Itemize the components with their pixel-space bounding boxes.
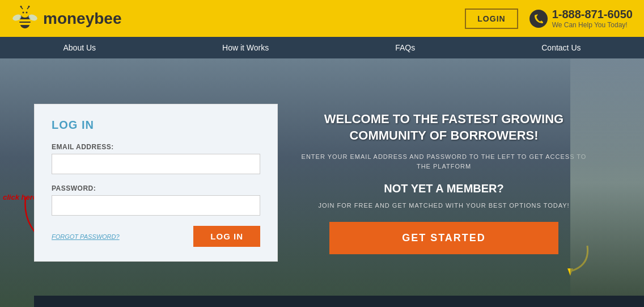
nav-item-contact[interactable]: Contact Us bbox=[519, 43, 603, 52]
click-here-annotation: click here bbox=[3, 192, 37, 202]
logo-icon bbox=[11, 5, 39, 32]
login-submit-button[interactable]: LOG IN bbox=[193, 226, 260, 247]
join-text: JOIN FOR FREE AND GET MATCHED WITH YOUR … bbox=[300, 201, 587, 211]
logo-text: moneybee bbox=[43, 10, 122, 28]
password-input[interactable] bbox=[52, 195, 260, 216]
header-right: LOGIN 1-888-871-6050 We Can Help You Tod… bbox=[465, 8, 633, 29]
background-person bbox=[570, 58, 644, 307]
password-group: PASSWORD: bbox=[52, 184, 260, 216]
nav-item-how[interactable]: How it Works bbox=[200, 43, 291, 52]
header: moneybee LOGIN 1-888-871-6050 We Can Hel… bbox=[0, 0, 644, 37]
svg-point-7 bbox=[20, 6, 22, 7]
password-label: PASSWORD: bbox=[52, 184, 260, 192]
right-panel: WELCOME TO THE FASTEST GROWING COMMUNITY… bbox=[278, 111, 610, 254]
svg-point-9 bbox=[28, 6, 30, 7]
form-footer: FORGOT PASSWORD? LOG IN bbox=[52, 226, 260, 247]
svg-rect-2 bbox=[19, 23, 31, 25]
navigation: About Us How it Works FAQs Contact Us bbox=[0, 37, 644, 58]
logo-area: moneybee bbox=[11, 5, 122, 32]
main-content: click here LOG IN EMAIL ADDRESS: PASSWOR… bbox=[0, 58, 644, 307]
forgot-password-link[interactable]: FORGOT PASSWORD? bbox=[52, 233, 120, 240]
phone-area: 1-888-871-6050 We Can Help You Today! bbox=[529, 8, 633, 29]
welcome-subtitle: ENTER YOUR EMAIL ADDRESS AND PASSWORD TO… bbox=[300, 152, 587, 171]
svg-point-3 bbox=[20, 9, 29, 18]
get-started-area: GET STARTED bbox=[300, 222, 587, 254]
phone-info: 1-888-871-6050 We Can Help You Today! bbox=[552, 8, 633, 29]
not-member-title: NOT YET A MEMBER? bbox=[300, 182, 587, 195]
get-started-button[interactable]: GET STARTED bbox=[329, 222, 559, 254]
phone-number: 1-888-871-6050 bbox=[552, 8, 633, 21]
svg-point-4 bbox=[23, 11, 24, 13]
login-form: LOG IN EMAIL ADDRESS: PASSWORD: FORGOT P… bbox=[34, 104, 278, 262]
welcome-title: WELCOME TO THE FASTEST GROWING COMMUNITY… bbox=[300, 111, 587, 144]
form-title: LOG IN bbox=[52, 119, 260, 132]
email-label: EMAIL ADDRESS: bbox=[52, 143, 260, 151]
nav-item-about[interactable]: About Us bbox=[40, 43, 118, 52]
login-button[interactable]: LOGIN bbox=[465, 9, 518, 29]
phone-icon bbox=[529, 10, 548, 28]
login-form-wrapper: click here LOG IN EMAIL ADDRESS: PASSWOR… bbox=[34, 104, 278, 262]
email-group: EMAIL ADDRESS: bbox=[52, 143, 260, 174]
svg-point-5 bbox=[26, 11, 28, 13]
nav-item-faqs[interactable]: FAQs bbox=[372, 43, 438, 52]
svg-rect-1 bbox=[19, 19, 31, 22]
email-input[interactable] bbox=[52, 154, 260, 174]
footer-bar bbox=[34, 296, 644, 307]
phone-subtitle: We Can Help You Today! bbox=[552, 21, 633, 29]
